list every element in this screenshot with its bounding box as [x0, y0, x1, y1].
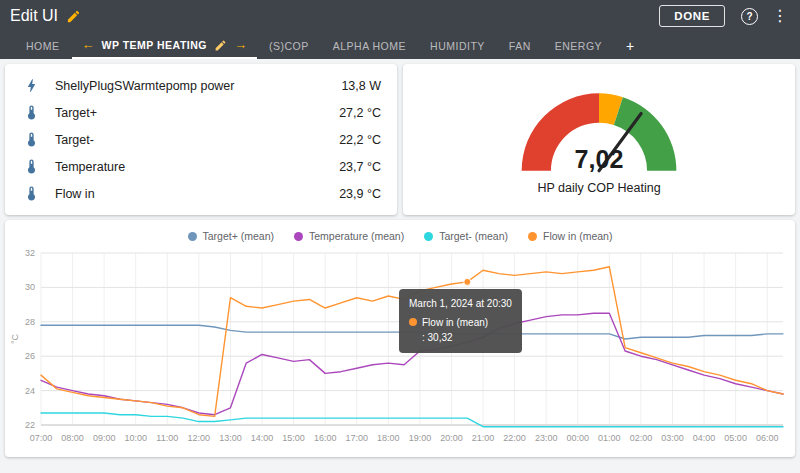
- svg-text:07:00: 07:00: [30, 433, 53, 443]
- entity-name: Flow in: [55, 187, 95, 201]
- legend-dot: [424, 232, 433, 241]
- svg-text:05:00: 05:00: [724, 433, 747, 443]
- svg-text:26: 26: [25, 351, 35, 361]
- entities-card: ShellyPlugSWarmtepomp power 13,8 W Targe…: [5, 64, 397, 215]
- legend-item-temperature[interactable]: Temperature (mean): [294, 230, 404, 242]
- svg-text:24: 24: [25, 386, 35, 396]
- gauge-label: HP daily COP Heating: [537, 181, 660, 195]
- tab-home[interactable]: HOME: [14, 32, 72, 59]
- svg-text:23:00: 23:00: [535, 433, 558, 443]
- svg-text:06:00: 06:00: [756, 433, 779, 443]
- svg-text:04:00: 04:00: [693, 433, 716, 443]
- svg-text:30: 30: [25, 282, 35, 292]
- page-title: Edit UI: [10, 7, 58, 25]
- done-button[interactable]: DONE: [659, 5, 725, 27]
- history-line-chart[interactable]: 07:0008:0009:0010:0011:0012:0013:0014:00…: [9, 245, 789, 451]
- svg-text:12:00: 12:00: [188, 433, 211, 443]
- svg-text:13:00: 13:00: [219, 433, 242, 443]
- thermometer-icon: [21, 103, 41, 123]
- entity-row-target-minus[interactable]: Target- 22,2 °C: [5, 126, 397, 153]
- tab-fan[interactable]: FAN: [497, 32, 543, 59]
- entity-row-target-plus[interactable]: Target+ 27,2 °C: [5, 99, 397, 126]
- svg-text:14:00: 14:00: [251, 433, 274, 443]
- tab-scop[interactable]: (S)COP: [257, 32, 321, 59]
- legend-item-flow-in[interactable]: Flow in (mean): [528, 230, 612, 242]
- app-header: Edit UI DONE ? ⋮: [0, 0, 800, 32]
- tab-wp-temp-heating[interactable]: WP TEMP HEATING: [102, 39, 208, 51]
- flash-icon: [21, 76, 41, 96]
- legend-label: Temperature (mean): [309, 230, 404, 242]
- svg-text:10:00: 10:00: [124, 433, 147, 443]
- svg-text:11:00: 11:00: [156, 433, 178, 443]
- move-tab-left-icon[interactable]: ←: [82, 38, 95, 51]
- legend-dot: [188, 232, 197, 241]
- legend-item-target-plus[interactable]: Target+ (mean): [188, 230, 275, 242]
- add-tab-button[interactable]: +: [614, 32, 647, 59]
- legend-label: Target- (mean): [439, 230, 508, 242]
- tab-active-group: ← WP TEMP HEATING →: [72, 32, 258, 59]
- help-icon[interactable]: ?: [741, 8, 758, 25]
- svg-text:22:00: 22:00: [503, 433, 526, 443]
- chart-area: 07:0008:0009:0010:0011:0012:0013:0014:00…: [9, 245, 791, 455]
- svg-text:01:00: 01:00: [598, 433, 621, 443]
- entity-row-flow-in[interactable]: Flow in 23,9 °C: [5, 180, 397, 207]
- dashboard-tabbar: HOME ← WP TEMP HEATING → (S)COP ALPHA HO…: [0, 32, 800, 59]
- svg-text:18:00: 18:00: [377, 433, 400, 443]
- entity-value: 23,9 °C: [339, 187, 381, 201]
- legend-dot: [294, 232, 303, 241]
- svg-text:00:00: 00:00: [567, 433, 590, 443]
- edit-title-pencil-icon[interactable]: [66, 9, 81, 24]
- svg-text:21:00: 21:00: [472, 433, 495, 443]
- cop-gauge: 7,02: [513, 85, 685, 177]
- tab-alpha-home[interactable]: ALPHA HOME: [321, 32, 418, 59]
- entity-value: 22,2 °C: [339, 133, 381, 147]
- chart-legend: Target+ (mean) Temperature (mean) Target…: [9, 226, 791, 245]
- svg-text:03:00: 03:00: [661, 433, 684, 443]
- edit-ui-screen: Edit UI DONE ? ⋮ HOME ← WP TEMP HEATING …: [0, 0, 800, 473]
- edit-tab-pencil-icon[interactable]: [214, 38, 227, 51]
- svg-text:22: 22: [25, 420, 35, 430]
- svg-text:28: 28: [25, 317, 35, 327]
- thermometer-icon: [21, 184, 41, 204]
- svg-text:7,02: 7,02: [575, 144, 624, 172]
- svg-text:°C: °C: [10, 333, 20, 344]
- entity-name: Temperature: [55, 160, 125, 174]
- thermometer-icon: [21, 157, 41, 177]
- legend-label: Target+ (mean): [203, 230, 275, 242]
- tab-humidity[interactable]: HUMIDITY: [418, 32, 497, 59]
- entity-name: ShellyPlugSWarmtepomp power: [55, 79, 234, 93]
- svg-text:20:00: 20:00: [440, 433, 463, 443]
- svg-text:15:00: 15:00: [282, 433, 305, 443]
- svg-text:17:00: 17:00: [345, 433, 368, 443]
- svg-text:19:00: 19:00: [409, 433, 432, 443]
- entity-row-power[interactable]: ShellyPlugSWarmtepomp power 13,8 W: [5, 72, 397, 99]
- svg-text:16:00: 16:00: [314, 433, 337, 443]
- entity-value: 27,2 °C: [339, 106, 381, 120]
- entity-name: Target+: [55, 106, 97, 120]
- gauge-card[interactable]: 7,02 HP daily COP Heating: [403, 64, 795, 215]
- move-tab-right-icon[interactable]: →: [234, 38, 247, 51]
- svg-text:02:00: 02:00: [630, 433, 653, 443]
- legend-label: Flow in (mean): [543, 230, 612, 242]
- svg-text:09:00: 09:00: [93, 433, 116, 443]
- legend-dot: [528, 232, 537, 241]
- thermometer-icon: [21, 130, 41, 150]
- entity-name: Target-: [55, 133, 94, 147]
- top-cards-row: ShellyPlugSWarmtepomp power 13,8 W Targe…: [5, 64, 795, 215]
- history-chart-card: Target+ (mean) Temperature (mean) Target…: [5, 220, 795, 457]
- svg-text:08:00: 08:00: [61, 433, 84, 443]
- entity-value: 23,7 °C: [339, 160, 381, 174]
- tab-energy[interactable]: ENERGY: [543, 32, 614, 59]
- entity-value: 13,8 W: [341, 79, 381, 93]
- overflow-menu-icon[interactable]: ⋮: [770, 8, 790, 24]
- svg-text:32: 32: [25, 248, 35, 258]
- legend-item-target-minus[interactable]: Target- (mean): [424, 230, 508, 242]
- entity-row-temperature[interactable]: Temperature 23,7 °C: [5, 153, 397, 180]
